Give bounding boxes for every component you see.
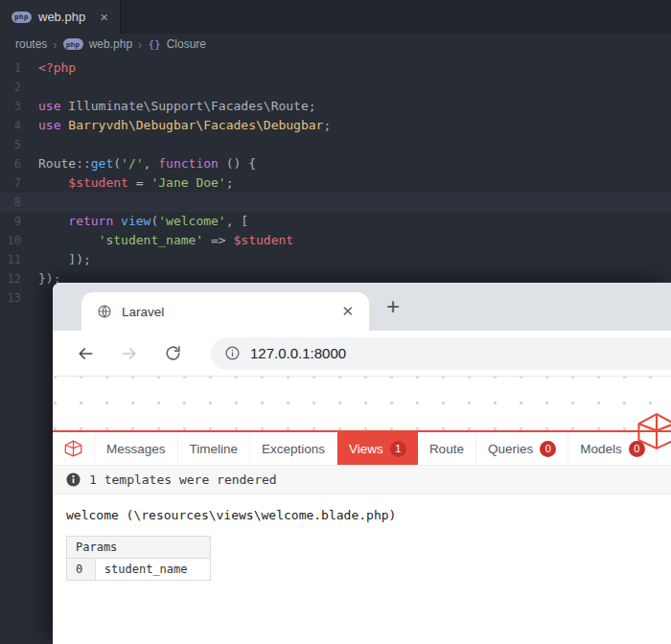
page-content: MessagesTimelineExceptionsViews1RouteQue… — [53, 377, 671, 644]
browser-window: Laravel ✕ + — [53, 283, 671, 644]
debugbar-tab-label: Queries — [488, 442, 533, 456]
line-number[interactable]: 3 — [0, 97, 38, 116]
debugbar-tab-views[interactable]: Views1 — [337, 432, 418, 465]
code-line[interactable]: 1<?php — [0, 58, 671, 78]
breadcrumb-item-file[interactable]: web.php — [89, 37, 132, 51]
debugbar-tab-queries[interactable]: Queries0 — [476, 432, 568, 465]
screen: php web.php × routes › php web.php › {} … — [0, 0, 671, 644]
count-badge: 1 — [390, 441, 406, 457]
debugbar-tab-label: Messages — [106, 442, 166, 456]
editor-tab-label: web.php — [38, 10, 85, 24]
breadcrumb-item-routes[interactable]: routes — [15, 37, 47, 51]
line-number[interactable]: 9 — [0, 212, 38, 231]
line-number[interactable]: 6 — [0, 154, 38, 173]
line-number[interactable]: 2 — [0, 78, 38, 97]
line-number[interactable]: 11 — [0, 250, 38, 269]
address-bar[interactable]: 127.0.0.1:8000 — [211, 337, 671, 370]
page-background — [53, 377, 671, 430]
code-line[interactable]: 2 — [0, 78, 671, 97]
info-icon[interactable] — [224, 345, 241, 361]
code-line[interactable]: 8 — [0, 193, 671, 212]
param-key: 0 — [67, 559, 96, 581]
browser-tabstrip: Laravel ✕ + — [53, 283, 671, 331]
code-text: use Illuminate\Support\Facades\Route; — [38, 97, 316, 116]
reload-button[interactable] — [164, 344, 182, 362]
browser-tab-title: Laravel — [122, 305, 164, 319]
php-icon: php — [63, 38, 83, 50]
code-text: Route::get('/', function () { — [38, 154, 256, 173]
line-number[interactable]: 5 — [0, 135, 38, 154]
tab-close-icon[interactable]: × — [100, 10, 108, 24]
laravel-debugbar: MessagesTimelineExceptionsViews1RouteQue… — [53, 430, 671, 644]
rendered-template-path: welcome (\resources\views\welcome.blade.… — [66, 508, 658, 522]
chevron-right-icon: › — [138, 37, 142, 52]
line-number[interactable]: 10 — [0, 231, 38, 250]
browser-tab-close-icon[interactable]: ✕ — [341, 303, 354, 320]
line-number[interactable]: 13 — [0, 288, 38, 308]
debugbar-tab-timeline[interactable]: Timeline — [178, 432, 251, 465]
breadcrumb: routes › php web.php › {} Closure — [0, 34, 671, 55]
code-text: use Barryvdh\Debugbar\Facades\Debugbar; — [38, 116, 331, 135]
count-badge: 0 — [540, 441, 556, 457]
code-line[interactable]: 7 $student = 'Jane Doe'; — [0, 173, 671, 193]
chevron-right-icon: › — [53, 37, 57, 52]
code-line[interactable]: 6Route::get('/', function () { — [0, 154, 671, 173]
code-text: $student = 'Jane Doe'; — [38, 173, 234, 193]
debugbar-status-row: 1 templates were rendered — [53, 466, 671, 494]
line-number[interactable]: 12 — [0, 269, 38, 288]
params-table: Params 0student_name — [66, 536, 211, 581]
back-button[interactable] — [76, 344, 95, 363]
debugbar-tab-label: Exceptions — [262, 442, 325, 456]
globe-icon — [97, 304, 112, 319]
code-line[interactable]: 10 'student_name' => $student — [0, 231, 671, 250]
debugbar-body: welcome (\resources\views\welcome.blade.… — [53, 494, 671, 594]
info-circle-icon — [66, 472, 81, 487]
editor-tab-webphp[interactable]: php web.php × — [0, 0, 121, 34]
line-number[interactable]: 7 — [0, 173, 38, 193]
code-text: <?php — [38, 58, 76, 78]
debugbar-tab-messages[interactable]: Messages — [95, 432, 178, 465]
editor-tabbar: php web.php × — [0, 0, 671, 34]
params-table-header: Params — [67, 537, 211, 559]
code-area: 1<?php23use Illuminate\Support\Facades\R… — [0, 55, 671, 308]
debugbar-tab-route[interactable]: Route — [418, 432, 476, 465]
line-number[interactable]: 8 — [0, 193, 38, 212]
laravel-logo-icon[interactable] — [635, 412, 671, 450]
browser-toolbar: 127.0.0.1:8000 — [53, 331, 671, 377]
debugbar-tabs: MessagesTimelineExceptionsViews1RouteQue… — [53, 432, 671, 466]
line-number[interactable]: 1 — [0, 58, 38, 78]
php-icon: php — [12, 12, 32, 23]
code-line[interactable]: 4use Barryvdh\Debugbar\Facades\Debugbar; — [0, 116, 671, 135]
debugbar-tab-label: Models — [580, 442, 622, 456]
status-text: 1 templates were rendered — [89, 472, 277, 487]
debugbar-tab-exceptions[interactable]: Exceptions — [250, 432, 337, 465]
code-text: 'student_name' => $student — [38, 231, 293, 250]
browser-tab-laravel[interactable]: Laravel ✕ — [81, 292, 369, 331]
forward-button[interactable] — [120, 344, 139, 363]
debugbar-tab-home[interactable] — [53, 432, 95, 465]
debugbar-tab-label: Views — [349, 442, 383, 456]
closure-symbol-icon: {} — [148, 38, 160, 51]
breadcrumb-item-closure[interactable]: Closure — [167, 37, 206, 51]
laravel-icon — [64, 440, 82, 457]
code-line[interactable]: 9 return view('welcome', [ — [0, 212, 671, 231]
code-text: ]); — [38, 250, 91, 269]
code-line[interactable]: 5 — [0, 135, 671, 154]
line-number[interactable]: 4 — [0, 116, 38, 135]
code-line[interactable]: 3use Illuminate\Support\Facades\Route; — [0, 97, 671, 116]
code-text: return view('welcome', [ — [38, 212, 248, 231]
debugbar-tab-label: Timeline — [190, 442, 239, 456]
new-tab-button[interactable]: + — [386, 295, 400, 318]
param-value: student_name — [95, 559, 210, 581]
debugbar-tab-label: Route — [429, 442, 464, 456]
table-row: 0student_name — [67, 559, 211, 581]
url-text[interactable]: 127.0.0.1:8000 — [250, 345, 346, 361]
code-line[interactable]: 11 ]); — [0, 250, 671, 269]
